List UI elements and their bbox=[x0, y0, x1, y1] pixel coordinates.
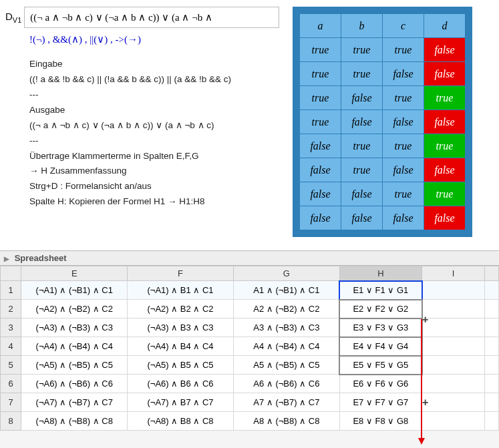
cell-I2[interactable] bbox=[422, 300, 485, 318]
cell-I6[interactable] bbox=[422, 375, 485, 393]
row-header[interactable]: 8 bbox=[1, 412, 21, 431]
note-copy-h: Spalte H: Kopieren der Formel H1 → H1:H8 bbox=[29, 195, 279, 209]
cell-blank[interactable] bbox=[485, 356, 499, 375]
row-header[interactable]: 4 bbox=[1, 337, 21, 356]
cell-H1[interactable]: E1 ∨ F1 ∨ G1 bbox=[339, 281, 422, 300]
cell-E2[interactable]: (¬A2) ∧ (¬B2) ∧ C2 bbox=[21, 300, 128, 318]
cell-I4[interactable] bbox=[422, 337, 485, 356]
cell-blank[interactable] bbox=[485, 393, 499, 412]
cell-G8[interactable]: A8 ∧ (¬B8) ∧ C8 bbox=[233, 412, 339, 431]
cell-F4[interactable]: (¬A4) ∧ B4 ∧ C4 bbox=[128, 337, 234, 356]
truth-cell: true bbox=[341, 158, 383, 182]
cell-blank[interactable] bbox=[485, 281, 499, 300]
cell-E8[interactable]: (¬A8) ∧ (¬B8) ∧ C8 bbox=[21, 412, 128, 431]
truth-cell: false bbox=[341, 182, 383, 206]
cell-F5[interactable]: (¬A5) ∧ B5 ∧ C5 bbox=[128, 356, 234, 375]
cell-E5[interactable]: (¬A5) ∧ (¬B5) ∧ C5 bbox=[21, 356, 128, 375]
col-header-g[interactable]: G bbox=[233, 266, 339, 281]
cell-G6[interactable]: A6 ∧ (¬B6) ∧ C6 bbox=[233, 375, 339, 393]
collapse-icon[interactable]: ▶ bbox=[4, 255, 9, 262]
cell-G4[interactable]: A4 ∧ (¬B4) ∧ C4 bbox=[233, 337, 339, 356]
cell-blank[interactable] bbox=[485, 318, 499, 337]
cell-blank[interactable] bbox=[485, 337, 499, 356]
table-row[interactable]: 6(¬A6) ∧ (¬B6) ∧ C6(¬A6) ∧ B6 ∧ C6A6 ∧ (… bbox=[1, 375, 499, 393]
cell-G2[interactable]: A2 ∧ (¬B2) ∧ C2 bbox=[233, 300, 339, 318]
cell-G1[interactable]: A1 ∧ (¬B1) ∧ C1 bbox=[233, 281, 339, 300]
cell-H5[interactable]: E5 ∨ F5 ∨ G5 bbox=[339, 356, 422, 375]
truth-cell: false bbox=[300, 206, 341, 230]
cell-H4[interactable]: E4 ∨ F4 ∨ G4 bbox=[339, 337, 422, 356]
cell-F3[interactable]: (¬A3) ∧ B3 ∧ C3 bbox=[128, 318, 234, 337]
note-h-summary: → H Zusammenfassung bbox=[29, 164, 279, 178]
truth-cell: false bbox=[300, 134, 341, 158]
truth-cell: false bbox=[341, 86, 383, 110]
fill-handle-icon[interactable]: + bbox=[422, 314, 428, 326]
truth-cell: false bbox=[383, 110, 424, 134]
cell-E4[interactable]: (¬A4) ∧ (¬B4) ∧ C4 bbox=[21, 337, 128, 356]
row-header[interactable]: 7 bbox=[1, 393, 21, 412]
truth-cell: true bbox=[383, 182, 424, 206]
truth-cell: true bbox=[300, 38, 341, 62]
truth-cell: true bbox=[383, 86, 424, 110]
truth-cell: false bbox=[300, 158, 341, 182]
truth-header-a: a bbox=[300, 14, 341, 38]
col-header-f[interactable]: F bbox=[128, 266, 234, 281]
table-row[interactable]: 8(¬A8) ∧ (¬B8) ∧ C8(¬A8) ∧ B8 ∧ C8A8 ∧ (… bbox=[1, 412, 499, 431]
truth-cell: true bbox=[383, 134, 424, 158]
truth-cell: true bbox=[341, 62, 383, 86]
truth-header-d: d bbox=[424, 14, 466, 38]
truth-cell: false bbox=[383, 62, 424, 86]
cell-E3[interactable]: (¬A3) ∧ (¬B3) ∧ C3 bbox=[21, 318, 128, 337]
truth-cell: false bbox=[424, 110, 466, 134]
cell-I5[interactable] bbox=[422, 356, 485, 375]
cell-F2[interactable]: (¬A2) ∧ B2 ∧ C2 bbox=[128, 300, 234, 318]
cell-G5[interactable]: A5 ∧ (¬B5) ∧ C5 bbox=[233, 356, 339, 375]
cell-F7[interactable]: (¬A7) ∧ B7 ∧ C7 bbox=[128, 393, 234, 412]
formula-input[interactable]: ((¬ a ∧ ¬b ∧ c) ∨ (¬a ∧ b ∧ c)) ∨ (a ∧ ¬… bbox=[24, 7, 279, 28]
cell-F1[interactable]: (¬A1) ∧ B1 ∧ C1 bbox=[128, 281, 234, 300]
row-header[interactable]: 5 bbox=[1, 356, 21, 375]
cell-H2[interactable]: E2 ∨ F2 ∨ G2 bbox=[339, 300, 422, 318]
fill-handle-drag-icon[interactable]: + bbox=[422, 397, 428, 409]
cell-E7[interactable]: (¬A7) ∧ (¬B7) ∧ C7 bbox=[21, 393, 128, 412]
cell-I3[interactable] bbox=[422, 318, 485, 337]
cell-G3[interactable]: A3 ∧ (¬B3) ∧ C3 bbox=[233, 318, 339, 337]
cell-blank[interactable] bbox=[485, 412, 499, 431]
row-header[interactable]: 6 bbox=[1, 375, 21, 393]
col-header-h[interactable]: H bbox=[339, 266, 422, 281]
cell-G7[interactable]: A7 ∧ (¬B7) ∧ C7 bbox=[233, 393, 339, 412]
cell-I8[interactable] bbox=[422, 412, 485, 431]
row-header[interactable]: 3 bbox=[1, 318, 21, 337]
row-header[interactable]: 2 bbox=[1, 300, 21, 318]
cell-I1[interactable] bbox=[422, 281, 485, 300]
truth-cell: false bbox=[424, 62, 466, 86]
cell-H6[interactable]: E6 ∨ F6 ∨ G6 bbox=[339, 375, 422, 393]
operator-legend: !(¬) , &&(∧) , ||(∨) , ->(→) bbox=[29, 33, 279, 45]
spreadsheet-title-bar[interactable]: ▶ Spreadsheet bbox=[0, 250, 499, 266]
table-row[interactable]: 4(¬A4) ∧ (¬B4) ∧ C4(¬A4) ∧ B4 ∧ C4A4 ∧ (… bbox=[1, 337, 499, 356]
cell-E1[interactable]: (¬A1) ∧ (¬B1) ∧ C1 bbox=[21, 281, 128, 300]
cell-F6[interactable]: (¬A6) ∧ B6 ∧ C6 bbox=[128, 375, 234, 393]
truth-cell: true bbox=[424, 182, 466, 206]
cell-F8[interactable]: (¬A8) ∧ B8 ∧ C8 bbox=[128, 412, 234, 431]
truth-cell: false bbox=[300, 182, 341, 206]
col-header-i[interactable]: I bbox=[422, 266, 485, 281]
truth-cell: true bbox=[300, 86, 341, 110]
cell-H3[interactable]: E3 ∨ F3 ∨ G3 bbox=[339, 318, 422, 337]
cell-H8[interactable]: E8 ∨ F8 ∨ G8 bbox=[339, 412, 422, 431]
col-header-last[interactable] bbox=[485, 266, 499, 281]
row-header[interactable]: 1 bbox=[1, 281, 21, 300]
cell-blank[interactable] bbox=[485, 375, 499, 393]
note-output-hdr: Ausgabe bbox=[29, 103, 279, 118]
cell-E6[interactable]: (¬A6) ∧ (¬B6) ∧ C6 bbox=[21, 375, 128, 393]
cell-H7[interactable]: E7 ∨ F7 ∨ G7 bbox=[339, 393, 422, 412]
cell-blank[interactable] bbox=[485, 300, 499, 318]
col-header-e[interactable]: E bbox=[21, 266, 128, 281]
note-output-expr: ((¬ a ∧ ¬b ∧ c) ∨ (¬a ∧ b ∧ c)) ∨ (a ∧ ¬… bbox=[29, 119, 279, 133]
note-input-hdr: Eingabe bbox=[29, 57, 279, 71]
cell-I7[interactable] bbox=[422, 393, 485, 412]
corner-header[interactable] bbox=[1, 266, 21, 281]
table-row[interactable]: 1(¬A1) ∧ (¬B1) ∧ C1(¬A1) ∧ B1 ∧ C1A1 ∧ (… bbox=[1, 281, 499, 300]
truth-cell: false bbox=[383, 206, 424, 230]
table-row[interactable]: 5(¬A5) ∧ (¬B5) ∧ C5(¬A5) ∧ B5 ∧ C5A5 ∧ (… bbox=[1, 356, 499, 375]
